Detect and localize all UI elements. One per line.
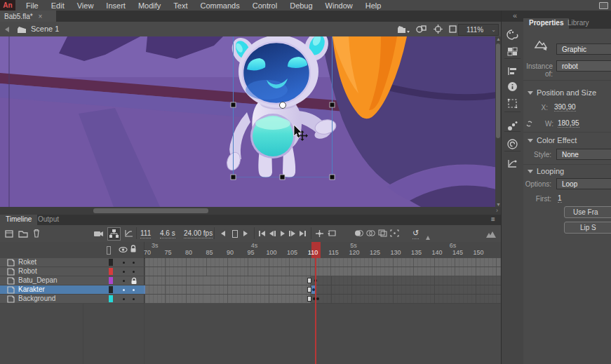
loop-range-icon[interactable] — [232, 230, 238, 238]
timeline-ruler[interactable]: 3s4s5s6s 7075808590951001051101151201251… — [144, 242, 501, 258]
stage-vertical-scrollbar[interactable]: ▲ ▼ — [495, 36, 501, 207]
scrollbar-thumb[interactable] — [93, 208, 208, 213]
stage-horizontal-scrollbar[interactable]: › — [0, 207, 501, 215]
layer-frames[interactable] — [144, 295, 501, 304]
scroll-right-icon[interactable]: › — [496, 207, 498, 214]
go-to-last-frame-button[interactable] — [300, 231, 306, 236]
panel-menu-icon[interactable]: ≡ — [491, 215, 495, 223]
layer-visibility-dot[interactable] — [123, 298, 125, 300]
loop-options-select[interactable]: Loop — [556, 178, 611, 189]
layer-outline-color[interactable] — [109, 277, 113, 284]
transform-panel-icon[interactable] — [502, 95, 523, 112]
layer-name-cell[interactable]: Roket — [0, 258, 145, 267]
layer-frames[interactable] — [144, 285, 501, 295]
layer-lock-dot[interactable] — [133, 298, 135, 300]
layer-outline-color[interactable] — [109, 268, 113, 275]
instance-name-field[interactable]: robot — [556, 60, 611, 72]
layer-name-cell[interactable]: Background — [0, 295, 145, 304]
menu-view[interactable]: View — [71, 1, 100, 11]
symbol-type-select[interactable]: Graphic — [556, 43, 611, 55]
app-logo[interactable]: An — [0, 0, 15, 11]
menu-window[interactable]: Window — [319, 1, 359, 11]
workspace-switcher-icon[interactable] — [599, 2, 608, 9]
swatches-panel-icon[interactable] — [502, 43, 523, 60]
link-width-height-icon[interactable] — [525, 119, 534, 128]
edit-symbols-icon[interactable] — [416, 25, 427, 34]
layer-lock-dot[interactable] — [133, 271, 135, 273]
menu-text[interactable]: Text — [167, 1, 194, 11]
menu-insert[interactable]: Insert — [100, 1, 132, 11]
layer-visibility-dot[interactable] — [123, 289, 125, 291]
step-forward-button[interactable] — [289, 231, 295, 236]
show-hide-column-icon[interactable] — [119, 246, 128, 253]
menu-edit[interactable]: Edit — [45, 1, 71, 11]
step-back-button[interactable] — [269, 231, 276, 236]
section-looping[interactable]: Looping — [528, 167, 564, 175]
show-parenting-view-button[interactable] — [107, 227, 121, 241]
scroll-up-icon[interactable]: ▲ — [496, 36, 501, 41]
properties-panel-icon[interactable] — [502, 26, 523, 43]
modify-markers-button[interactable] — [390, 229, 399, 237]
x-value-hot-text[interactable]: 390,90 — [554, 103, 576, 112]
lock-column-icon[interactable] — [130, 245, 137, 253]
loop-start-icon[interactable] — [221, 231, 225, 236]
section-color-effect[interactable]: Color Effect — [528, 136, 577, 144]
layer-name-cell[interactable]: Batu_Depan — [0, 276, 145, 285]
onion-skin-button[interactable] — [354, 229, 363, 237]
play-button[interactable] — [281, 231, 285, 236]
menu-help[interactable]: Help — [359, 1, 388, 11]
playhead-line[interactable] — [315, 258, 316, 364]
current-frame-hot-text[interactable]: 111 — [140, 229, 151, 238]
layer-visibility-dot[interactable] — [123, 271, 125, 273]
zoom-in-timeline-icon[interactable] — [486, 231, 496, 239]
go-to-first-frame-button[interactable] — [259, 231, 265, 236]
scene-name[interactable]: Scene 1 — [31, 25, 59, 33]
reset-timeline-zoom-button[interactable]: ↺ — [412, 229, 419, 239]
center-stage-icon[interactable] — [434, 25, 443, 34]
graph-editor-button[interactable] — [124, 229, 134, 238]
lip-syncing-button[interactable]: Lip S — [564, 222, 611, 234]
menu-debug[interactable]: Debug — [283, 1, 318, 11]
layer-row-background[interactable]: Background — [0, 295, 501, 304]
menu-file[interactable]: File — [20, 1, 45, 11]
w-value-hot-text[interactable]: 180,95 — [558, 119, 579, 128]
layer-row-roket[interactable]: Roket — [0, 258, 501, 267]
layer-outline-color[interactable] — [109, 295, 113, 302]
onion-skin-outlines-button[interactable] — [366, 229, 375, 237]
outline-color-column-icon[interactable] — [107, 246, 111, 255]
tab-library[interactable]: Library — [562, 18, 595, 27]
stage-canvas[interactable] — [0, 36, 501, 207]
close-tab-icon[interactable]: × — [39, 13, 43, 20]
layer-lock-dot[interactable] — [133, 262, 135, 264]
add-camera-button[interactable] — [93, 230, 104, 238]
layer-frames[interactable] — [144, 258, 501, 267]
scrollbar-thumb[interactable] — [496, 43, 500, 138]
stage-zoom-select[interactable]: 111% ⌄ — [458, 24, 499, 36]
edit-multiple-frames-button[interactable] — [378, 229, 387, 237]
layer-lock-dot[interactable] — [133, 289, 135, 291]
layer-visibility-dot[interactable] — [123, 262, 125, 264]
center-frame-button[interactable] — [315, 229, 324, 238]
use-frame-picker-button[interactable]: Use Fra — [564, 206, 611, 218]
back-arrow-icon[interactable] — [5, 27, 9, 32]
document-tab[interactable]: Bab5.fla* × — [0, 11, 56, 22]
layer-visibility-dot[interactable] — [123, 280, 125, 282]
layer-name-cell[interactable]: Karakter — [0, 285, 145, 295]
layer-name-cell[interactable]: Robot — [0, 267, 145, 276]
section-position-and-size[interactable]: Position and Size — [528, 88, 596, 97]
motion-presets-panel-icon[interactable] — [502, 155, 523, 172]
elapsed-time-hot-text[interactable]: 4.6 s — [160, 229, 175, 238]
clip-content-icon[interactable] — [449, 25, 457, 33]
menu-commands[interactable]: Commands — [194, 1, 246, 11]
layer-frames[interactable] — [144, 267, 501, 276]
loop-playback-button[interactable] — [327, 229, 337, 238]
delete-layer-button[interactable] — [32, 229, 41, 238]
menu-control[interactable]: Control — [246, 1, 283, 11]
collapse-dock-icon[interactable]: « — [513, 11, 516, 20]
info-panel-icon[interactable] — [502, 78, 523, 95]
first-frame-hot-text[interactable]: 1 — [558, 194, 562, 203]
layer-frames[interactable] — [144, 276, 501, 285]
layer-row-karakter[interactable]: Karakter — [0, 285, 501, 295]
style-select[interactable]: None — [556, 149, 611, 160]
new-layer-button[interactable] — [4, 229, 14, 238]
